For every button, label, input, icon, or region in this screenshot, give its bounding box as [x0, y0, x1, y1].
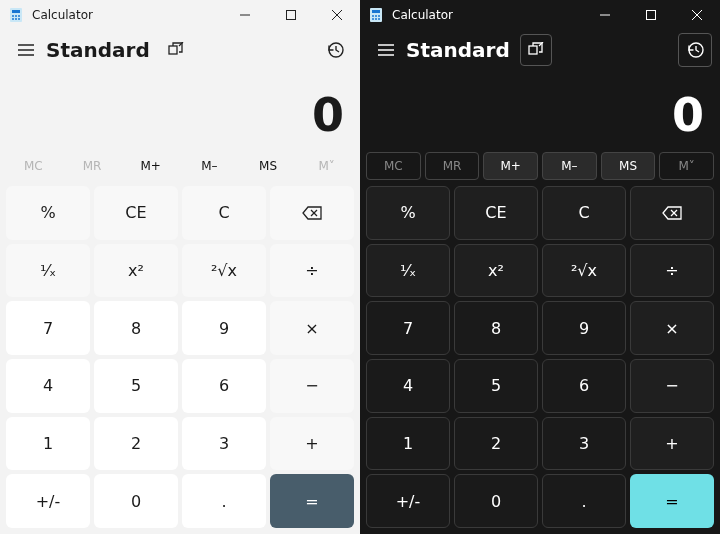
clear-button[interactable]: C [182, 186, 266, 240]
memory-store-button[interactable]: MS [601, 152, 656, 180]
digit-4-button[interactable]: 4 [366, 359, 450, 413]
equals-button[interactable]: = [270, 474, 354, 528]
memory-recall-button[interactable]: MR [65, 152, 120, 180]
digit-2-button[interactable]: 2 [94, 417, 178, 471]
titlebar: Calculator [0, 0, 360, 30]
memory-list-button[interactable]: M˅ [659, 152, 714, 180]
svg-point-4 [18, 15, 20, 17]
digit-6-button[interactable]: 6 [542, 359, 626, 413]
memory-sub-button[interactable]: M– [182, 152, 237, 180]
decimal-button[interactable]: . [182, 474, 266, 528]
minimize-button[interactable] [582, 0, 628, 30]
calculator-app-icon [368, 7, 384, 23]
square-button[interactable]: x² [94, 244, 178, 298]
hamburger-menu-icon[interactable] [368, 32, 404, 68]
digit-3-button[interactable]: 3 [182, 417, 266, 471]
history-icon[interactable] [318, 33, 352, 67]
digit-5-button[interactable]: 5 [94, 359, 178, 413]
subtract-button[interactable]: − [630, 359, 714, 413]
svg-point-2 [12, 15, 14, 17]
memory-recall-button[interactable]: MR [425, 152, 480, 180]
sqrt-button[interactable]: ²√x [182, 244, 266, 298]
always-on-top-icon[interactable] [520, 34, 552, 66]
memory-clear-button[interactable]: MC [6, 152, 61, 180]
digit-8-button[interactable]: 8 [94, 301, 178, 355]
divide-button[interactable]: ÷ [630, 244, 714, 298]
close-button[interactable] [314, 0, 360, 30]
digit-0-button[interactable]: 0 [94, 474, 178, 528]
digit-3-button[interactable]: 3 [542, 417, 626, 471]
subtract-button[interactable]: − [270, 359, 354, 413]
calculator-window-dark: Calculator Standard 0 MC MR M+ M– MS M˅ … [360, 0, 720, 534]
digit-2-button[interactable]: 2 [454, 417, 538, 471]
app-title: Calculator [392, 8, 453, 22]
keypad: % CE C ¹⁄ₓ x² ²√x ÷ 7 8 9 × 4 5 6 − 1 2 … [0, 186, 360, 534]
svg-point-23 [375, 15, 377, 17]
digit-6-button[interactable]: 6 [182, 359, 266, 413]
memory-sub-button[interactable]: M– [542, 152, 597, 180]
equals-button[interactable]: = [630, 474, 714, 528]
svg-rect-1 [12, 10, 20, 13]
multiply-button[interactable]: × [270, 301, 354, 355]
divide-button[interactable]: ÷ [270, 244, 354, 298]
digit-1-button[interactable]: 1 [366, 417, 450, 471]
maximize-button[interactable] [628, 0, 674, 30]
clear-entry-button[interactable]: CE [454, 186, 538, 240]
svg-point-26 [375, 18, 377, 20]
svg-rect-21 [372, 10, 380, 13]
maximize-button[interactable] [268, 0, 314, 30]
memory-row: MC MR M+ M– MS M˅ [360, 152, 720, 186]
always-on-top-icon[interactable] [160, 34, 192, 66]
negate-button[interactable]: +/- [366, 474, 450, 528]
digit-0-button[interactable]: 0 [454, 474, 538, 528]
percent-button[interactable]: % [6, 186, 90, 240]
memory-add-button[interactable]: M+ [123, 152, 178, 180]
backspace-button[interactable] [630, 186, 714, 240]
digit-1-button[interactable]: 1 [6, 417, 90, 471]
digit-8-button[interactable]: 8 [454, 301, 538, 355]
digit-9-button[interactable]: 9 [542, 301, 626, 355]
negate-button[interactable]: +/- [6, 474, 90, 528]
backspace-icon [662, 206, 682, 220]
square-button[interactable]: x² [454, 244, 538, 298]
clear-entry-button[interactable]: CE [94, 186, 178, 240]
percent-button[interactable]: % [366, 186, 450, 240]
clear-button[interactable]: C [542, 186, 626, 240]
hamburger-menu-icon[interactable] [8, 32, 44, 68]
close-button[interactable] [674, 0, 720, 30]
sqrt-button[interactable]: ²√x [542, 244, 626, 298]
digit-5-button[interactable]: 5 [454, 359, 538, 413]
memory-add-button[interactable]: M+ [483, 152, 538, 180]
decimal-button[interactable]: . [542, 474, 626, 528]
digit-7-button[interactable]: 7 [6, 301, 90, 355]
memory-clear-button[interactable]: MC [366, 152, 421, 180]
add-button[interactable]: + [270, 417, 354, 471]
app-title: Calculator [32, 8, 93, 22]
multiply-button[interactable]: × [630, 301, 714, 355]
svg-point-27 [378, 18, 380, 20]
svg-rect-29 [647, 11, 656, 20]
result-display: 0 [0, 70, 360, 152]
backspace-button[interactable] [270, 186, 354, 240]
calculator-app-icon [8, 7, 24, 23]
svg-point-6 [15, 18, 17, 20]
calculator-window-light: Calculator Standard 0 MC MR M+ M– MS M˅ … [0, 0, 360, 534]
digit-7-button[interactable]: 7 [366, 301, 450, 355]
memory-list-button[interactable]: M˅ [299, 152, 354, 180]
history-icon[interactable] [678, 33, 712, 67]
keypad: % CE C ¹⁄ₓ x² ²√x ÷ 7 8 9 × 4 5 6 − 1 2 … [360, 186, 720, 534]
digit-9-button[interactable]: 9 [182, 301, 266, 355]
svg-point-25 [372, 18, 374, 20]
reciprocal-button[interactable]: ¹⁄ₓ [6, 244, 90, 298]
svg-rect-35 [529, 46, 537, 54]
reciprocal-button[interactable]: ¹⁄ₓ [366, 244, 450, 298]
svg-point-24 [378, 15, 380, 17]
svg-rect-9 [287, 11, 296, 20]
digit-4-button[interactable]: 4 [6, 359, 90, 413]
memory-store-button[interactable]: MS [241, 152, 296, 180]
add-button[interactable]: + [630, 417, 714, 471]
svg-point-3 [15, 15, 17, 17]
svg-point-22 [372, 15, 374, 17]
minimize-button[interactable] [222, 0, 268, 30]
backspace-icon [302, 206, 322, 220]
